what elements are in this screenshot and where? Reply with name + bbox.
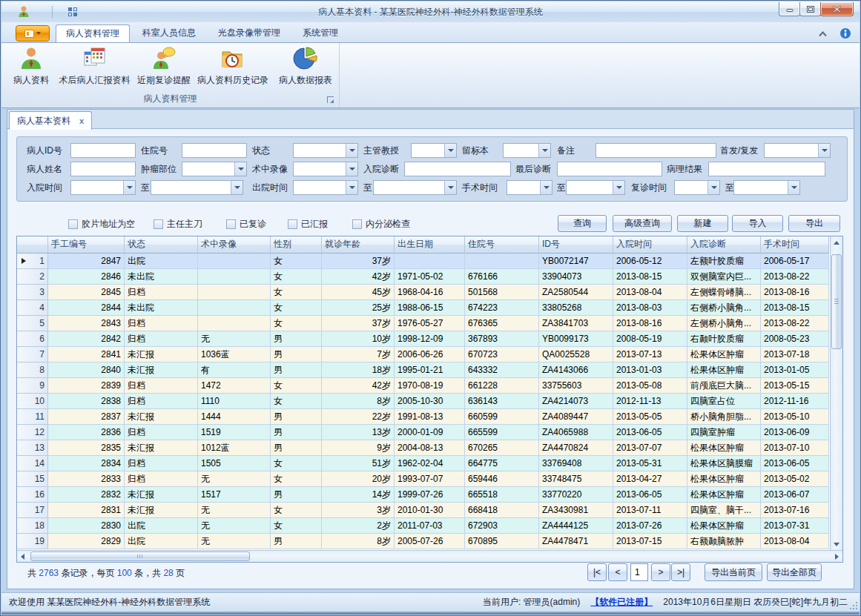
cell-status[interactable]: 未出院 [125, 269, 198, 285]
cell-status[interactable]: 未出院 [125, 300, 198, 316]
first-recur-combo[interactable] [764, 143, 831, 158]
cell-birth-date[interactable]: 1999-07-26 [395, 487, 465, 503]
cell-status[interactable]: 归档 [125, 471, 198, 487]
cell-id-no[interactable]: 33748475 [539, 471, 613, 487]
cell-birth-date[interactable] [395, 254, 465, 269]
cell-birth-date[interactable]: 1970-08-19 [395, 378, 465, 394]
cell-gender[interactable]: 男 [271, 487, 322, 503]
ribbon-button-history-records[interactable]: 病人资料历史记录 [197, 46, 269, 93]
tumor-site-combo[interactable] [182, 162, 247, 176]
column-header-birth-date[interactable]: 出生日期 [395, 236, 465, 254]
cell-rownum[interactable]: 8 [17, 362, 48, 378]
cell-age[interactable]: 42岁 [322, 269, 395, 285]
table-row[interactable]: 42844未出院女25岁1988-06-15674223338052682013… [17, 300, 842, 316]
cell-gender[interactable]: 女 [271, 471, 322, 487]
table-row[interactable]: 102838归档1110女8岁2005-10-30636143ZA4214073… [17, 394, 842, 409]
cell-birth-date[interactable]: 1976-05-27 [395, 316, 465, 331]
cell-status[interactable]: 未汇报 [125, 347, 198, 362]
cell-rownum[interactable]: 17 [17, 503, 48, 518]
cell-diagnosis[interactable]: 双侧脑室内巨... [687, 269, 761, 285]
cell-status[interactable]: 出院 [125, 518, 198, 534]
cell-age[interactable]: 37岁 [322, 316, 395, 331]
horizontal-scrollbar[interactable] [17, 550, 842, 562]
table-row[interactable]: 82840未汇报有男18岁1995-01-21643332ZA414306620… [17, 362, 842, 378]
column-header-surgery-date[interactable]: 手术时间 [761, 236, 829, 254]
first-page-button[interactable]: |< [587, 563, 607, 581]
cell-birth-date[interactable]: 1962-02-04 [395, 456, 465, 471]
new-button[interactable]: 新建 [677, 215, 728, 232]
discharge-time-from-combo[interactable] [293, 180, 358, 195]
cell-rownum[interactable]: 6 [17, 331, 48, 347]
column-header-admission-no[interactable]: 住院号 [465, 236, 539, 254]
specimen-combo[interactable] [503, 143, 551, 158]
cell-age[interactable]: 13岁 [322, 425, 395, 440]
cell-admission-no[interactable]: 670265 [465, 440, 539, 456]
cell-manual-no[interactable]: 2840 [48, 362, 125, 378]
export-current-page-button[interactable]: 导出当前页 [705, 563, 762, 581]
cell-admission-no[interactable]: 659446 [465, 471, 539, 487]
cell-video[interactable]: 无 [198, 471, 271, 487]
checkbox-icon[interactable] [288, 219, 297, 229]
cell-surgery-date[interactable]: 2013-06-09 [761, 425, 829, 440]
cell-gender[interactable]: 女 [271, 300, 322, 316]
cell-admission-no[interactable] [465, 254, 539, 269]
cell-admit-date[interactable]: 2013-07-11 [613, 503, 687, 518]
cell-id-no[interactable]: 33805268 [539, 300, 613, 316]
cell-diagnosis[interactable]: 桥小脑角胆脂... [687, 409, 761, 425]
export-all-pages-button[interactable]: 导出全部页 [767, 563, 822, 581]
import-button[interactable]: 导入 [732, 215, 783, 232]
cell-id-no[interactable]: ZA2580544 [539, 285, 613, 300]
tab-patient-basic-info[interactable]: 病人基本资料 x [9, 111, 92, 130]
cell-admit-date[interactable]: 2006-05-12 [613, 254, 687, 269]
cell-diagnosis[interactable]: 松果体区肿瘤 [687, 440, 761, 456]
dialog-launcher-icon[interactable] [327, 96, 334, 103]
cell-manual-no[interactable]: 2839 [48, 378, 125, 394]
cell-rownum[interactable]: 3 [17, 285, 48, 300]
cell-diagnosis[interactable]: 四脑室、脑干... [687, 503, 761, 518]
cell-manual-no[interactable]: 2834 [48, 456, 125, 471]
cell-video[interactable]: 1517 [198, 487, 271, 503]
cell-video[interactable]: 无 [198, 331, 271, 347]
cell-rownum[interactable]: 12 [17, 425, 48, 440]
cell-admit-date[interactable]: 2013-07-26 [613, 518, 687, 534]
ribbon-button-revisit-reminder[interactable]: 近期复诊提醒 [136, 46, 191, 93]
cell-admit-date[interactable]: 2012-11-13 [613, 394, 687, 409]
table-row[interactable]: 172831未汇报无女3岁2010-01-30668418ZA343098120… [17, 503, 842, 518]
table-row[interactable]: 182830出院无女2岁2011-07-03672903ZA4444125201… [17, 518, 842, 534]
cell-rownum[interactable]: 4 [17, 300, 48, 316]
chevron-down-icon[interactable] [540, 181, 552, 194]
cell-birth-date[interactable]: 1988-06-15 [395, 300, 465, 316]
cell-age[interactable]: 37岁 [322, 254, 395, 269]
cell-status[interactable]: 归档 [125, 425, 198, 440]
chevron-down-icon[interactable] [613, 181, 624, 194]
advanced-query-button[interactable]: 高级查询 [613, 215, 672, 232]
cell-gender[interactable]: 女 [271, 456, 322, 471]
query-button[interactable]: 查询 [558, 215, 607, 232]
cell-surgery-date[interactable]: 2013-08-16 [761, 285, 829, 300]
cell-manual-no[interactable]: 2833 [48, 471, 125, 487]
cell-id-no[interactable]: ZA4065988 [539, 425, 613, 440]
column-header-manual-no[interactable]: 手工编号 [48, 236, 125, 254]
chevron-down-icon[interactable] [538, 144, 550, 157]
cell-admission-no[interactable]: 665599 [465, 425, 539, 440]
cell-id-no[interactable]: 33755603 [539, 378, 613, 394]
table-row[interactable]: 112837未汇报1444男22岁1991-08-13660599ZA40894… [17, 409, 842, 425]
cell-diagnosis[interactable]: 松果体区肿瘤 [687, 347, 761, 362]
cell-diagnosis[interactable]: 松果体区脑膜瘤 [687, 456, 761, 471]
cell-video[interactable]: 1472 [198, 378, 271, 394]
cell-gender[interactable]: 男 [271, 425, 322, 440]
checkbox-icon[interactable] [352, 219, 362, 229]
cell-id-no[interactable]: ZA4470824 [539, 440, 613, 456]
final-diag-input[interactable] [557, 162, 662, 176]
table-row[interactable]: 12847出院女37岁YB00721472006-05-12左额叶胶质瘤2006… [17, 254, 842, 269]
cell-gender[interactable]: 男 [271, 440, 322, 456]
cell-admit-date[interactable]: 2008-05-19 [613, 331, 687, 347]
checkbox-film-address-empty[interactable]: 胶片地址为空 [68, 216, 135, 231]
cell-surgery-date[interactable]: 2013-08-22 [761, 316, 829, 331]
patient-id-input[interactable] [70, 143, 136, 158]
ribbon-button-patient-data[interactable]: 病人资料 [7, 46, 55, 93]
cell-surgery-date[interactable]: 2013-05-02 [761, 471, 829, 487]
cell-rownum[interactable]: 5 [17, 316, 48, 331]
close-tab-icon[interactable]: x [79, 116, 84, 125]
cell-video[interactable]: 1110 [198, 394, 271, 409]
